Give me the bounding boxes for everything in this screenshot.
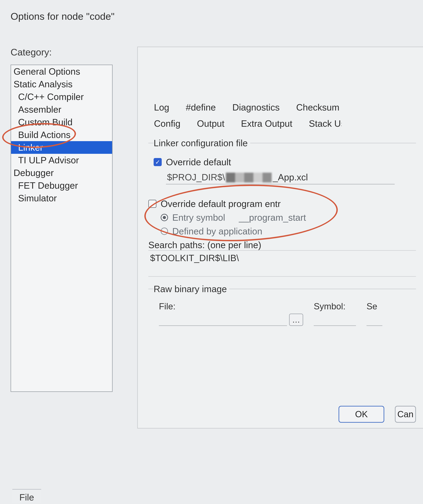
- cat-linker[interactable]: Linker: [11, 141, 112, 154]
- path-prefix: $PROJ_DIR$\: [167, 172, 225, 182]
- linker-config-group: Linker configuration file Override defau…: [148, 138, 416, 192]
- cat-fet-debugger[interactable]: FET Debugger: [11, 179, 112, 192]
- raw-symbol-input[interactable]: [314, 314, 356, 326]
- defined-by-app-radio[interactable]: [161, 228, 168, 235]
- raw-binary-group: Raw binary image File: … Symbol:: [148, 284, 416, 333]
- category-label: Category:: [11, 47, 113, 58]
- ok-button[interactable]: OK: [339, 406, 384, 423]
- entry-symbol-value: __program_start: [239, 212, 306, 223]
- window-title: Options for node "code": [0, 0, 423, 22]
- override-entry-label: Override default program entr: [161, 198, 281, 209]
- cat-build-actions[interactable]: Build Actions: [11, 128, 112, 141]
- entry-symbol-label: Entry symbol: [172, 212, 225, 223]
- override-entry-checkbox[interactable]: [148, 200, 156, 208]
- linker-config-path-input[interactable]: $PROJ_DIR$\_App.xcl: [166, 171, 395, 184]
- cat-simulator[interactable]: Simulator: [11, 192, 112, 204]
- tab-config[interactable]: Config: [148, 116, 191, 132]
- tab-checksum[interactable]: Checksum: [291, 100, 350, 116]
- cat-c-cpp-compiler[interactable]: C/C++ Compiler: [11, 90, 112, 103]
- cat-static-analysis[interactable]: Static Analysis: [11, 78, 112, 90]
- cat-ti-ulp-advisor[interactable]: TI ULP Advisor: [11, 154, 112, 167]
- search-paths-input[interactable]: $TOOLKIT_DIR$\LIB\: [148, 250, 416, 277]
- raw-binary-legend: Raw binary image: [154, 284, 229, 294]
- cat-general-options[interactable]: General Options: [11, 65, 112, 78]
- cancel-button[interactable]: Can: [395, 406, 416, 423]
- search-paths-label: Search paths: (one per line): [148, 240, 416, 250]
- options-panel: Log #define Diagnostics Checksum Config …: [137, 47, 423, 428]
- tab-log[interactable]: Log: [148, 100, 180, 116]
- raw-segment-input[interactable]: [367, 314, 382, 326]
- tab-output[interactable]: Output: [191, 116, 235, 132]
- raw-segment-label: Se: [367, 301, 382, 312]
- defined-by-app-label: Defined by application: [172, 226, 262, 236]
- cat-custom-build[interactable]: Custom Build: [11, 116, 112, 128]
- raw-symbol-label: Symbol:: [314, 301, 356, 312]
- tab-stack-usage[interactable]: Stack Us: [303, 116, 342, 132]
- entry-symbol-radio[interactable]: [161, 214, 168, 221]
- raw-file-label: File:: [159, 301, 303, 312]
- path-suffix: _App.xcl: [273, 172, 308, 182]
- bottom-file-tab[interactable]: File: [12, 489, 41, 503]
- tab-extra-output[interactable]: Extra Output: [235, 116, 303, 132]
- path-redacted: [226, 173, 272, 182]
- tab-define[interactable]: #define: [180, 100, 227, 116]
- cat-assembler[interactable]: Assembler: [11, 103, 112, 116]
- category-list[interactable]: General Options Static Analysis C/C++ Co…: [11, 65, 113, 392]
- override-default-checkbox[interactable]: [154, 158, 162, 166]
- raw-file-browse-button[interactable]: …: [289, 314, 303, 326]
- override-default-label: Override default: [166, 157, 231, 167]
- raw-file-input[interactable]: [159, 314, 287, 326]
- tab-diagnostics[interactable]: Diagnostics: [227, 100, 291, 116]
- linker-config-legend: Linker configuration file: [154, 138, 250, 148]
- cat-debugger[interactable]: Debugger: [11, 167, 112, 179]
